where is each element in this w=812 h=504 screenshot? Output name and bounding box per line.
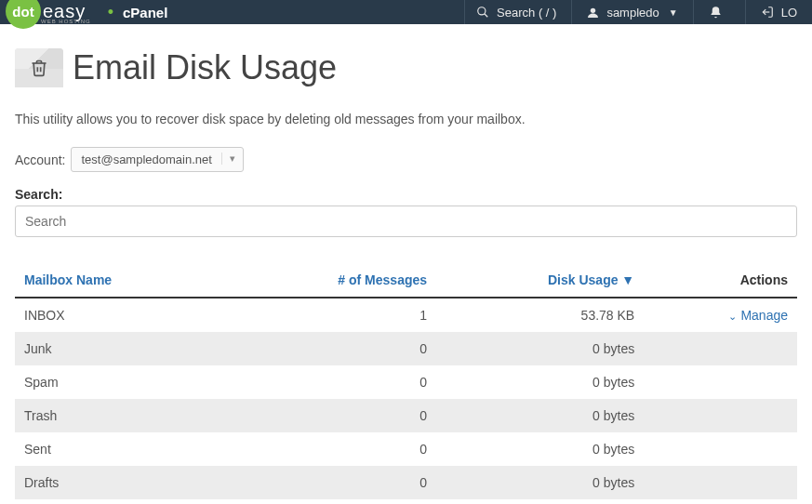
table-row: Trash00 bytes	[15, 399, 797, 432]
account-label: Account:	[15, 153, 65, 167]
cell-usage: 0 bytes	[436, 466, 644, 499]
col-messages[interactable]: # of Messages	[224, 263, 436, 298]
cell-messages: 0	[224, 332, 436, 365]
cell-actions	[644, 399, 797, 432]
cell-name: Trash	[15, 399, 224, 432]
page-title: Email Disk Usage	[73, 48, 337, 87]
cell-name: Drafts	[15, 466, 224, 499]
cell-usage: 0 bytes	[436, 365, 644, 399]
cell-actions	[644, 466, 797, 499]
cell-name: Junk	[15, 332, 224, 365]
cell-name: INBOX	[15, 298, 224, 332]
top-header: dot easy WEB HOSTING • cPanel Search ( /…	[0, 0, 812, 24]
user-menu[interactable]: sampledo ▼	[571, 0, 692, 24]
cell-actions	[644, 332, 797, 365]
bell-icon	[709, 6, 723, 20]
account-value: test@sampledomain.net	[81, 153, 211, 166]
cell-actions	[644, 432, 797, 466]
cell-messages: 0	[224, 432, 436, 466]
cell-messages: 0	[224, 466, 436, 499]
logo[interactable]: dot easy WEB HOSTING	[6, 0, 91, 29]
brand-label[interactable]: cPanel	[123, 5, 167, 20]
title-row: Email Disk Usage	[15, 48, 797, 87]
col-mailbox-name[interactable]: Mailbox Name	[15, 263, 224, 298]
logout-icon	[761, 6, 774, 19]
page-body: Email Disk Usage This utility allows you…	[0, 24, 812, 499]
search-label: Search:	[15, 187, 797, 202]
chevron-down-icon: ⌄	[728, 311, 737, 323]
logo-badge: dot	[6, 0, 41, 29]
search-input[interactable]	[15, 206, 797, 237]
caret-down-icon: ▼	[669, 7, 678, 18]
separator-dot: •	[108, 3, 113, 22]
account-select[interactable]: test@sampledomain.net	[71, 147, 244, 172]
cell-actions: ⌄Manage	[644, 298, 797, 332]
svg-line-1	[485, 14, 488, 18]
header-search-placeholder: Search ( / )	[497, 6, 556, 20]
col-disk-usage[interactable]: Disk Usage ▼	[436, 263, 644, 298]
svg-point-2	[591, 7, 595, 12]
page-description: This utility allows you to recover disk …	[15, 112, 797, 126]
table-row: Sent00 bytes	[15, 432, 797, 466]
manage-link[interactable]: ⌄Manage	[728, 308, 788, 323]
username: sampledo	[606, 6, 659, 20]
cell-name: Spam	[15, 365, 224, 399]
cell-actions	[644, 365, 797, 399]
logout-label: LO	[781, 6, 797, 20]
notifications[interactable]	[693, 0, 745, 24]
table-row: INBOX153.78 KB⌄Manage	[15, 298, 797, 332]
cell-messages: 0	[224, 365, 436, 399]
col-actions: Actions	[644, 263, 797, 298]
mail-trash-icon	[15, 48, 63, 87]
table-row: Drafts00 bytes	[15, 466, 797, 499]
cell-usage: 53.78 KB	[436, 298, 644, 332]
user-icon	[587, 7, 599, 19]
logo-subtext: WEB HOSTING	[41, 19, 91, 24]
logout[interactable]: LO	[745, 0, 812, 24]
cell-name: Sent	[15, 432, 224, 466]
account-row: Account: test@sampledomain.net	[15, 147, 797, 172]
svg-point-0	[478, 7, 486, 15]
cell-messages: 0	[224, 399, 436, 432]
cell-usage: 0 bytes	[436, 399, 644, 432]
cell-messages: 1	[224, 298, 436, 332]
mailbox-table: Mailbox Name # of Messages Disk Usage ▼ …	[15, 263, 797, 499]
table-row: Junk00 bytes	[15, 332, 797, 365]
cell-usage: 0 bytes	[436, 432, 644, 466]
cell-usage: 0 bytes	[436, 332, 644, 365]
header-search[interactable]: Search ( / )	[464, 0, 571, 24]
search-icon	[476, 6, 489, 19]
header-right: Search ( / ) sampledo ▼ LO	[464, 0, 812, 24]
table-row: Spam00 bytes	[15, 365, 797, 399]
